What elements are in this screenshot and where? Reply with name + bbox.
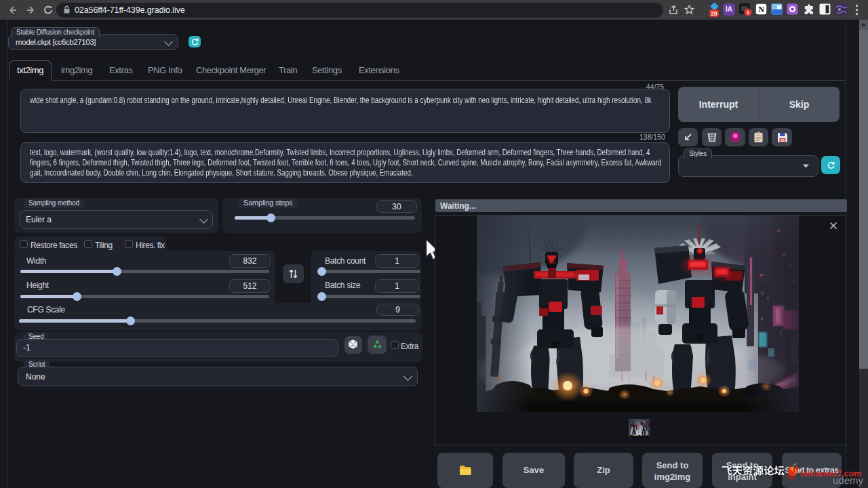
svg-text:N: N <box>758 5 764 14</box>
svg-text:1: 1 <box>747 9 750 16</box>
svg-text:20: 20 <box>711 10 717 17</box>
